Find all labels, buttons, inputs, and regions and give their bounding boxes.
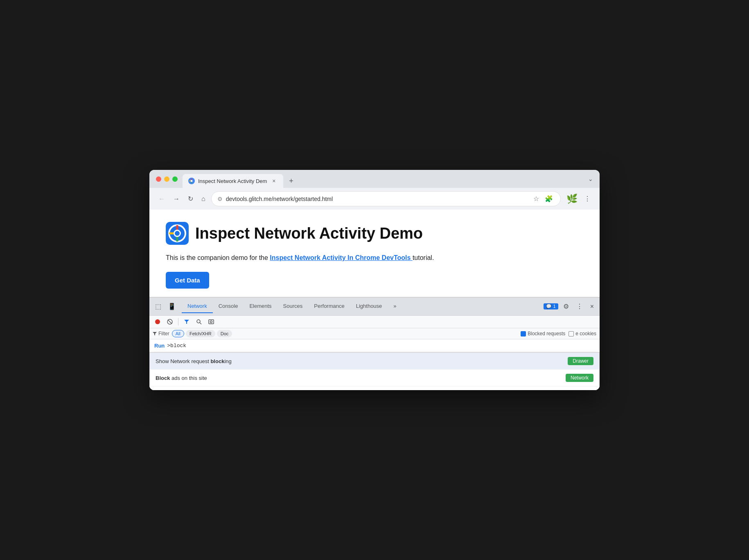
autocomplete-badge-1: Drawer	[568, 357, 593, 365]
tab-lighthouse[interactable]: Lighthouse	[350, 300, 388, 313]
svg-point-5	[175, 231, 180, 236]
devtools-right-actions: 💬 1 ⚙ ⋮ ×	[544, 301, 596, 312]
command-bar: Run	[149, 339, 600, 352]
svg-point-9	[197, 320, 200, 323]
devtools-close-button[interactable]: ×	[588, 301, 596, 312]
title-bar: Inspect Network Activity Dem × + ⌄	[149, 170, 600, 188]
filter-chips: All Fetch/XHR Doc	[172, 330, 232, 337]
close-traffic-light[interactable]	[156, 176, 161, 182]
filter-bar: Filter All Fetch/XHR Doc Blocked request…	[149, 328, 600, 339]
tab-network[interactable]: Network	[182, 300, 213, 313]
traffic-lights	[156, 176, 178, 186]
address-url: devtools.glitch.me/network/getstarted.ht…	[226, 196, 528, 202]
network-toolbar	[149, 316, 600, 328]
filter-label[interactable]: Filter	[153, 331, 169, 336]
active-tab[interactable]: Inspect Network Activity Dem ×	[183, 174, 283, 188]
hide-cookies-checkbox[interactable]	[569, 331, 574, 336]
clear-button[interactable]	[165, 317, 175, 326]
svg-line-10	[200, 323, 201, 324]
tab-close-button[interactable]: ×	[270, 177, 277, 185]
autocomplete-item-1[interactable]: Show Network request blocking Drawer	[150, 353, 599, 370]
filter-chip-doc[interactable]: Doc	[217, 330, 232, 337]
tab-more[interactable]: »	[388, 300, 402, 313]
page-description: This is the companion demo for the Inspe…	[166, 253, 583, 263]
home-button[interactable]: ⌂	[199, 194, 208, 204]
filter-text: Filter	[158, 331, 169, 336]
run-button[interactable]: Run	[154, 343, 165, 349]
extensions-button[interactable]: 🧩	[543, 194, 555, 203]
tab-sources[interactable]: Sources	[277, 300, 309, 313]
record-button[interactable]	[153, 317, 162, 326]
nav-right-actions: 🌿 ⋮	[564, 192, 593, 206]
back-button[interactable]: ←	[156, 194, 167, 204]
autocomplete-container: Run Show Network request blocking Drawer…	[149, 339, 600, 352]
nav-bar: ← → ↻ ⌂ ⚙ devtools.glitch.me/network/get…	[149, 188, 600, 210]
address-security-icon: ⚙	[217, 196, 223, 202]
address-actions: ☆ 🧩	[532, 194, 555, 203]
devtools-inspect-icon[interactable]: ⬚	[153, 301, 164, 312]
tab-chevron-icon[interactable]: ⌄	[588, 176, 593, 186]
autocomplete-item-2-text: Block ads on this site	[156, 375, 566, 381]
blocked-requests-label[interactable]: Blocked requests	[521, 331, 565, 336]
svg-point-1	[191, 180, 193, 182]
get-data-button[interactable]: Get Data	[166, 272, 209, 289]
tabs-area: Inspect Network Activity Dem × +	[183, 174, 583, 188]
devtools-tab-icons: ⬚ 📱	[153, 298, 178, 315]
maximize-traffic-light[interactable]	[172, 176, 178, 182]
browser-window: Inspect Network Activity Dem × + ⌄ ← → ↻…	[149, 170, 600, 390]
devtools-tabs: ⬚ 📱 Network Console Elements Sources Per…	[149, 298, 600, 316]
page-title: Inspect Network Activity Demo	[195, 225, 423, 242]
tab-favicon	[188, 178, 195, 184]
page-content: Inspect Network Activity Demo This is th…	[149, 210, 600, 297]
toolbar-divider-1	[178, 318, 178, 325]
tab-title: Inspect Network Activity Dem	[198, 178, 267, 184]
menu-button[interactable]: ⋮	[582, 193, 593, 204]
filter-chip-fetch[interactable]: Fetch/XHR	[186, 330, 215, 337]
svg-point-6	[155, 319, 160, 324]
autocomplete-badge-2: Network	[566, 374, 593, 382]
chrome-logo	[166, 222, 189, 245]
devtools-settings-button[interactable]: ⚙	[561, 301, 571, 312]
filter-chip-all[interactable]: All	[172, 330, 184, 337]
minimize-traffic-light[interactable]	[164, 176, 169, 182]
page-header: Inspect Network Activity Demo	[166, 222, 583, 245]
devtools-device-icon[interactable]: 📱	[165, 301, 178, 312]
forward-button[interactable]: →	[171, 194, 182, 204]
svg-point-12	[210, 321, 212, 323]
console-messages-badge[interactable]: 💬 1	[544, 303, 558, 309]
refresh-button[interactable]: ↻	[185, 193, 196, 204]
filter-button[interactable]	[182, 317, 192, 326]
screenshot-button[interactable]	[206, 317, 216, 326]
address-bar[interactable]: ⚙ devtools.glitch.me/network/getstarted.…	[211, 191, 561, 206]
autocomplete-item-1-text: Show Network request blocking	[156, 358, 568, 364]
autocomplete-dropdown: Show Network request blocking Drawer Blo…	[149, 352, 600, 390]
search-button[interactable]	[194, 317, 204, 326]
tab-elements[interactable]: Elements	[244, 300, 277, 313]
autocomplete-item-3[interactable]: Enable network request blocking Network	[150, 386, 599, 390]
description-link[interactable]: Inspect Network Activity In Chrome DevTo…	[270, 254, 413, 261]
devtools-more-button[interactable]: ⋮	[574, 301, 585, 312]
bookmark-button[interactable]: ☆	[532, 194, 541, 203]
profile-button[interactable]: 🌿	[564, 192, 580, 206]
svg-rect-11	[209, 320, 214, 324]
tab-performance[interactable]: Performance	[308, 300, 350, 313]
devtools: ⬚ 📱 Network Console Elements Sources Per…	[149, 297, 600, 390]
hide-cookies-checkbox-container: e cookies	[569, 331, 596, 336]
hide-cookies-text: e cookies	[575, 331, 596, 336]
filter-right: Blocked requests e cookies	[521, 331, 596, 336]
new-tab-button[interactable]: +	[285, 174, 298, 188]
blocked-requests-text: Blocked requests	[528, 331, 565, 336]
svg-line-8	[168, 320, 172, 324]
description-prefix: This is the companion demo for the	[166, 254, 270, 261]
command-input[interactable]	[167, 343, 595, 349]
autocomplete-item-2[interactable]: Block ads on this site Network	[150, 370, 599, 386]
tab-console[interactable]: Console	[213, 300, 244, 313]
description-suffix: tutorial.	[413, 254, 434, 261]
blocked-requests-checkbox[interactable]	[521, 331, 526, 336]
